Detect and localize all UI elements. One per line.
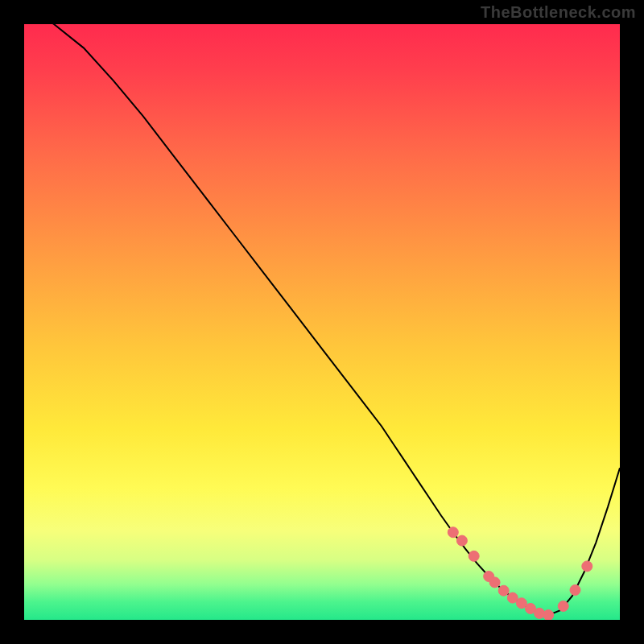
marker-dot (498, 585, 509, 596)
marker-dot (558, 601, 568, 611)
marker-dot (582, 561, 592, 572)
chart-frame: TheBottleneck.com (0, 0, 644, 644)
marker-dot (543, 610, 554, 620)
marker-dot (469, 551, 479, 561)
main-curve (24, 24, 620, 615)
highlight-markers (448, 527, 592, 620)
marker-dot (456, 535, 467, 546)
marker-dot (489, 577, 500, 588)
marker-dot (570, 585, 580, 596)
chart-overlay-svg (24, 24, 620, 620)
marker-dot (448, 527, 458, 538)
watermark-text: TheBottleneck.com (481, 3, 636, 22)
